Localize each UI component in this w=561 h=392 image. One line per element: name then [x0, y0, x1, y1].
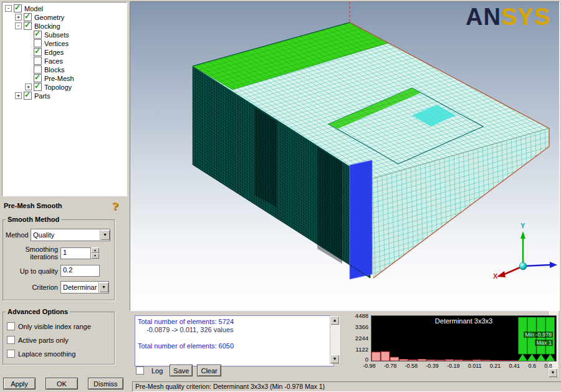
tree-item-model[interactable]: - ✓ Model: [2, 4, 127, 12]
iterations-input[interactable]: 1: [60, 247, 91, 259]
tree-item-label: Pre-Mesh: [44, 74, 74, 82]
dropdown-arrow-icon[interactable]: ▼: [100, 230, 110, 240]
expander-icon[interactable]: -: [5, 5, 12, 12]
save-button[interactable]: Save: [170, 365, 193, 376]
status-text: Pre-Mesh quality criterion: Determinant …: [135, 383, 325, 390]
ok-button[interactable]: OK: [46, 378, 78, 390]
advanced-options-legend: Advanced Options: [6, 308, 70, 315]
x-axis-label: X: [493, 272, 498, 280]
histogram-title: Determinant 3x3x3: [372, 317, 556, 325]
checkbox-label: Laplace smoothing: [18, 350, 75, 358]
histogram-plot[interactable]: Determinant 3x3x3 Min -0.978 Max 1: [371, 315, 557, 361]
check-mark-icon: ✓: [24, 21, 31, 29]
check-mark-icon: ✓: [34, 29, 41, 38]
panel-header: Pre-Mesh Smooth ?: [4, 202, 125, 213]
tree-item-label: Vertices: [44, 39, 69, 47]
x-tick-label: -0.39: [426, 363, 439, 369]
criterion-label: Criterion: [6, 284, 58, 291]
tree-checkbox[interactable]: ✓: [24, 92, 32, 100]
mesh-shadow-band: [317, 147, 342, 264]
dropdown-arrow-icon[interactable]: ▼: [98, 282, 108, 292]
tree-checkbox[interactable]: ✓: [14, 4, 22, 12]
mesh-blue-face: [350, 160, 372, 279]
expander-icon[interactable]: +: [15, 14, 22, 21]
quality-label: Up to quality: [6, 267, 58, 275]
message-log[interactable]: Total number of elements: 5724 -0.0879 -…: [135, 315, 334, 366]
expander-icon[interactable]: +: [15, 92, 22, 99]
tree-item-parts[interactable]: + ✓ Parts: [2, 92, 127, 100]
iterations-spinner[interactable]: ▲ ▼: [91, 247, 99, 259]
log-line: Total number of elements: 6050: [138, 342, 331, 350]
checkbox-icon[interactable]: [7, 336, 15, 344]
tree-checkbox[interactable]: ✓: [34, 48, 42, 56]
histogram-min-annotation: Min -0.978: [524, 332, 553, 338]
tree-item-label: Edges: [44, 48, 64, 56]
y-tick-label: 0: [365, 356, 368, 363]
log-scrollbar[interactable]: ▲ ▼: [330, 315, 341, 364]
quality-histogram: 4488 3366 2244 1122 0 Determinant 3x3x3 …: [349, 312, 559, 379]
check-mark-icon: ✓: [24, 12, 31, 21]
x-tick-label: 0.011: [468, 363, 482, 369]
tree-item-vertices[interactable]: Vertices: [2, 39, 127, 47]
checkbox-laplace-smoothing[interactable]: Laplace smoothing: [7, 350, 112, 358]
advanced-options-group: Advanced Options Only visible index rang…: [2, 308, 115, 365]
tree-checkbox[interactable]: [34, 57, 42, 65]
quality-input[interactable]: 0.2: [60, 265, 100, 277]
spinner-down-icon[interactable]: ▼: [91, 253, 99, 259]
model-tree[interactable]: - ✓ Model + ✓ Geometry - ✓ Blocking ✓ Su…: [2, 2, 127, 196]
clear-button[interactable]: Clear: [197, 365, 221, 376]
help-icon[interactable]: ?: [112, 200, 118, 213]
y-axis-arrowhead: [520, 231, 525, 239]
apply-button[interactable]: Apply: [3, 378, 36, 390]
tree-item-geometry[interactable]: + ✓ Geometry: [2, 13, 127, 21]
tree-item-premesh[interactable]: ✓ Pre-Mesh: [2, 74, 127, 82]
dismiss-button[interactable]: Dismiss: [88, 378, 123, 390]
criterion-dropdown[interactable]: Determinar ▼: [60, 281, 109, 294]
checkbox-icon[interactable]: [7, 350, 15, 358]
iterations-label: Smoothing iterations: [6, 246, 58, 261]
tree-checkbox[interactable]: ✓: [34, 31, 42, 39]
x-tick-label: 0.6: [528, 363, 536, 369]
checkbox-label: Only visible index range: [18, 323, 91, 330]
x-axis-arrowhead: [497, 271, 506, 277]
x-tick-label: -0.78: [384, 363, 397, 369]
tree-item-edges[interactable]: ✓ Edges: [2, 48, 127, 56]
ansys-logo-an: AN: [466, 4, 501, 30]
tree-item-blocking[interactable]: - ✓ Blocking: [2, 22, 127, 30]
tree-item-subsets[interactable]: ✓ Subsets: [2, 31, 127, 39]
scrollbar-up-icon[interactable]: ▲: [330, 316, 339, 325]
y-axis-label: Y: [520, 222, 525, 229]
y-tick-label: 4488: [355, 312, 368, 319]
expander-icon[interactable]: +: [25, 84, 32, 90]
checkbox-active-parts-only[interactable]: Active parts only: [7, 336, 112, 344]
log-checkbox[interactable]: [136, 366, 144, 375]
status-bar: Pre-Mesh quality criterion: Determinant …: [132, 381, 561, 392]
expander-icon[interactable]: -: [15, 22, 22, 29]
method-dropdown[interactable]: Quality ▼: [31, 229, 110, 241]
x-tick-label: 0.8: [544, 363, 552, 369]
checkbox-only-visible-index-range[interactable]: Only visible index range: [7, 322, 112, 330]
tree-item-label: Geometry: [34, 13, 64, 21]
checkbox-icon[interactable]: [7, 322, 15, 330]
tree-item-blocks[interactable]: Blocks: [2, 65, 127, 74]
tree-item-label: Subsets: [44, 31, 69, 39]
tree-item-faces[interactable]: Faces: [2, 57, 127, 65]
check-mark-icon: ✓: [34, 47, 41, 55]
tree-checkbox[interactable]: ✓: [34, 83, 42, 91]
3d-viewport[interactable]: X Y Z ANSYS: [130, 1, 560, 311]
scrollbar-down-icon[interactable]: ▼: [330, 355, 339, 363]
tree-item-topology[interactable]: + ✓ Topology: [2, 83, 127, 91]
mesh-3d-view[interactable]: X Y Z: [130, 2, 559, 310]
y-tick-label: 2244: [355, 335, 368, 342]
y-tick-label: 1122: [356, 346, 368, 353]
log-controls: Log Save Clear: [136, 365, 221, 376]
histogram-x-axis: -0.98 -0.78 -0.58 -0.39 -0.19 0.011 0.21…: [363, 363, 561, 369]
check-mark-icon: ✓: [24, 90, 31, 99]
premesh-smooth-panel: Smooth Method Method Quality ▼ Smoothing…: [2, 216, 115, 376]
spinner-up-icon[interactable]: ▲: [91, 247, 99, 253]
tree-item-label: Parts: [34, 92, 50, 100]
log-line: Total number of elements: 5724: [138, 318, 331, 326]
log-checkbox-label: Log: [151, 367, 163, 375]
tree-checkbox[interactable]: ✓: [24, 22, 32, 30]
method-value: Quality: [31, 231, 100, 239]
